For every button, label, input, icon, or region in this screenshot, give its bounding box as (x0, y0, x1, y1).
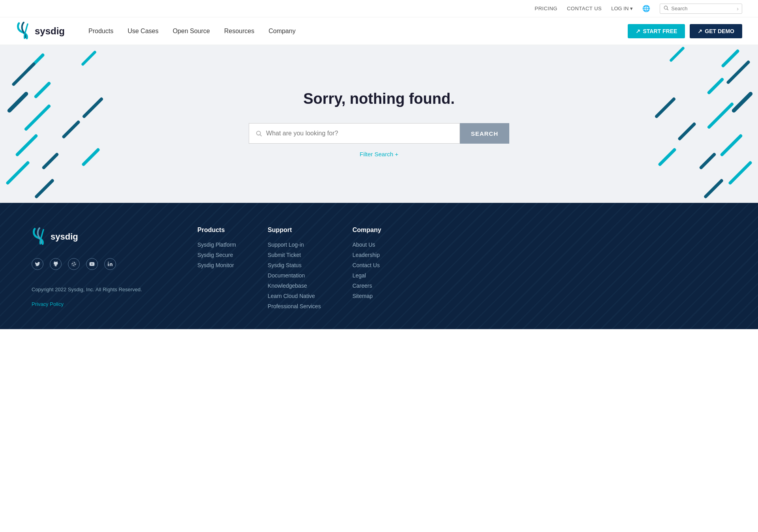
footer-inner: sysdig Copyright 2022 Sysd (32, 227, 726, 313)
company-heading: Company (353, 227, 381, 234)
svg-point-2 (257, 131, 261, 135)
hero-search-box: SEARCH (249, 123, 509, 144)
top-search-input[interactable] (671, 6, 734, 11)
youtube-icon[interactable] (86, 258, 98, 270)
logo-icon (16, 21, 32, 41)
footer-columns: Products Sysdig Platform Sysdig Secure S… (197, 227, 726, 313)
github-icon[interactable] (50, 258, 62, 270)
not-found-title: Sorry, nothing found. (303, 90, 454, 107)
search-button[interactable]: SEARCH (460, 123, 509, 144)
globe-icon[interactable]: 🌐 (642, 5, 650, 12)
footer-knowledgebase[interactable]: Knowledgebase (268, 283, 321, 289)
footer-legal[interactable]: Legal (353, 272, 381, 279)
footer-logo[interactable]: sysdig (32, 227, 182, 247)
footer-sysdig-monitor[interactable]: Sysdig Monitor (197, 262, 236, 268)
filter-search-link[interactable]: Filter Search + (360, 151, 398, 157)
footer-documentation[interactable]: Documentation (268, 272, 321, 279)
support-heading: Support (268, 227, 321, 234)
top-search-box[interactable]: › (660, 4, 742, 14)
slack-icon[interactable] (68, 258, 80, 270)
footer-contact-us[interactable]: Contact Us (353, 262, 381, 268)
copyright-text: Copyright 2022 Sysdig, Inc. All Rights R… (32, 286, 182, 294)
contact-us-link[interactable]: CONTACT US (567, 6, 602, 11)
search-icon (663, 5, 669, 12)
nav-buttons: ↗ START FREE ↗ GET DEMO (628, 24, 742, 38)
footer-company-column: Company About Us Leadership Contact Us L… (353, 227, 381, 313)
footer-left: sysdig Copyright 2022 Sysd (32, 227, 182, 313)
chevron-down-icon: ▾ (630, 6, 633, 11)
social-icons (32, 258, 182, 270)
footer-sysdig-secure[interactable]: Sysdig Secure (197, 252, 236, 258)
svg-line-3 (260, 135, 262, 136)
footer-learn-cloud-native[interactable]: Learn Cloud Native (268, 293, 321, 299)
footer: sysdig Copyright 2022 Sysd (0, 203, 758, 329)
arrow-icon: ↗ (636, 28, 640, 34)
footer-support-login[interactable]: Support Log-in (268, 242, 321, 248)
right-decoration (640, 45, 758, 203)
footer-support-column: Support Support Log-in Submit Ticket Sys… (268, 227, 321, 313)
svg-point-0 (664, 6, 668, 9)
logo-text: sysdig (35, 26, 65, 37)
nav-products[interactable]: Products (88, 28, 113, 35)
svg-rect-5 (108, 263, 109, 266)
pricing-link[interactable]: PRICING (535, 6, 557, 11)
privacy-policy-link[interactable]: Privacy Policy (32, 301, 64, 307)
products-heading: Products (197, 227, 236, 234)
nav-links: Products Use Cases Open Source Resources… (88, 28, 628, 35)
login-dropdown[interactable]: LOG IN ▾ (611, 6, 633, 11)
footer-about-us[interactable]: About Us (353, 242, 381, 248)
linkedin-icon[interactable] (104, 258, 116, 270)
footer-professional-services[interactable]: Professional Services (268, 303, 321, 309)
twitter-icon[interactable] (32, 258, 43, 270)
footer-logo-icon (32, 227, 47, 247)
search-icon (255, 130, 262, 137)
get-demo-button[interactable]: ↗ GET DEMO (690, 24, 742, 38)
nav-resources[interactable]: Resources (224, 28, 254, 35)
nav-use-cases[interactable]: Use Cases (128, 28, 158, 35)
logo[interactable]: sysdig (16, 21, 65, 41)
footer-careers[interactable]: Careers (353, 283, 381, 289)
footer-submit-ticket[interactable]: Submit Ticket (268, 252, 321, 258)
login-label: LOG IN (611, 6, 629, 11)
svg-line-1 (667, 9, 668, 10)
search-input-wrap (249, 123, 460, 144)
footer-products-column: Products Sysdig Platform Sysdig Secure S… (197, 227, 236, 313)
footer-sitemap[interactable]: Sitemap (353, 293, 381, 299)
footer-logo-text: sysdig (51, 232, 78, 242)
hero-search-input[interactable] (266, 130, 453, 137)
arrow-icon: ↗ (698, 28, 702, 34)
main-nav: sysdig Products Use Cases Open Source Re… (0, 17, 758, 45)
svg-point-6 (108, 262, 109, 262)
search-arrow-icon: › (737, 6, 739, 12)
start-free-button[interactable]: ↗ START FREE (628, 24, 685, 38)
top-bar: PRICING CONTACT US LOG IN ▾ 🌐 › (0, 0, 758, 17)
hero-section: Sorry, nothing found. SEARCH Filter Sear… (0, 45, 758, 203)
nav-company[interactable]: Company (268, 28, 295, 35)
nav-open-source[interactable]: Open Source (173, 28, 210, 35)
footer-leadership[interactable]: Leadership (353, 252, 381, 258)
footer-sysdig-status[interactable]: Sysdig Status (268, 262, 321, 268)
left-decoration (0, 45, 118, 203)
footer-sysdig-platform[interactable]: Sysdig Platform (197, 242, 236, 248)
